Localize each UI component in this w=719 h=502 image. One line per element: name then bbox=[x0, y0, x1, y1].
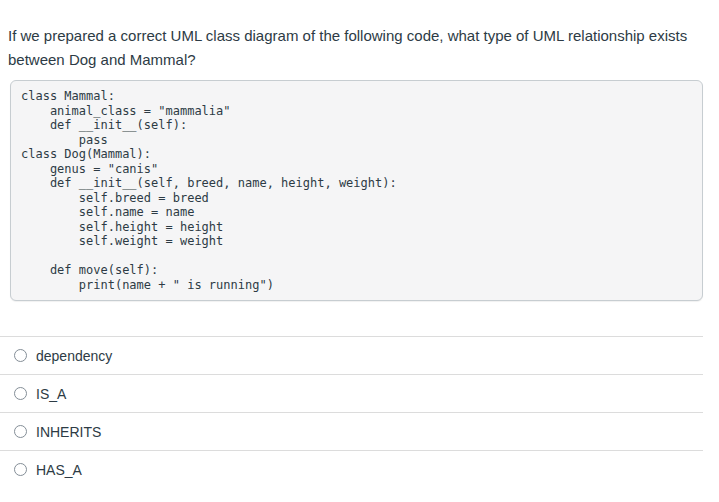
question-text: If we prepared a correct UML class diagr… bbox=[8, 24, 696, 72]
radio-button-icon[interactable] bbox=[14, 349, 27, 362]
code-block: class Mammal: animal_class = "mammalia" … bbox=[10, 80, 703, 301]
answer-option-is-a[interactable]: IS_A bbox=[0, 374, 703, 412]
radio-button-icon[interactable] bbox=[14, 387, 27, 400]
answer-option-label: IS_A bbox=[36, 386, 66, 402]
answer-option-label: INHERITS bbox=[36, 424, 101, 440]
radio-button-icon[interactable] bbox=[14, 463, 27, 476]
answer-options: dependency IS_A INHERITS HAS_A bbox=[0, 336, 703, 488]
answer-option-label: HAS_A bbox=[36, 462, 82, 478]
answer-option-inherits[interactable]: INHERITS bbox=[0, 412, 703, 450]
answer-option-has-a[interactable]: HAS_A bbox=[0, 450, 703, 488]
answer-option-label: dependency bbox=[36, 348, 112, 364]
radio-button-icon[interactable] bbox=[14, 425, 27, 438]
quiz-question-page: If we prepared a correct UML class diagr… bbox=[0, 24, 719, 488]
answer-option-dependency[interactable]: dependency bbox=[0, 336, 703, 374]
